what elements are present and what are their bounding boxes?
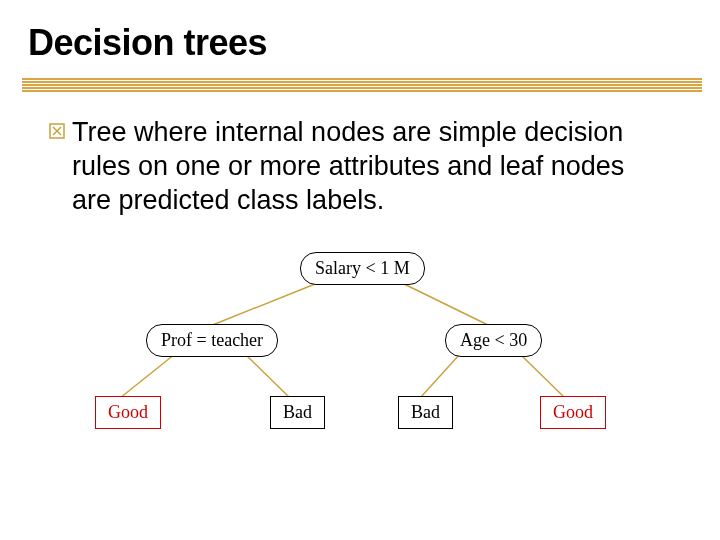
tree-leaf-good-1: Good: [95, 396, 161, 429]
tree-leaf-bad-2: Bad: [398, 396, 453, 429]
slide-title: Decision trees: [28, 22, 267, 64]
tree-leaf-good-2: Good: [540, 396, 606, 429]
svg-line-3: [210, 282, 320, 326]
bullet-icon: [48, 122, 66, 140]
title-underline: [22, 78, 702, 92]
svg-line-4: [400, 282, 490, 326]
tree-internal-node-left: Prof = teacher: [146, 324, 278, 357]
tree-root-node: Salary < 1 M: [300, 252, 425, 285]
decision-tree-diagram: Salary < 1 M Prof = teacher Age < 30 Goo…: [0, 250, 720, 510]
svg-line-5: [120, 354, 175, 398]
svg-line-7: [420, 354, 460, 398]
tree-internal-node-right: Age < 30: [445, 324, 542, 357]
bullet-item: Tree where internal nodes are simple dec…: [48, 116, 672, 217]
svg-line-8: [520, 354, 565, 398]
bullet-text: Tree where internal nodes are simple dec…: [72, 116, 652, 217]
tree-edges: [0, 250, 720, 510]
tree-leaf-bad-1: Bad: [270, 396, 325, 429]
svg-line-6: [245, 354, 290, 398]
